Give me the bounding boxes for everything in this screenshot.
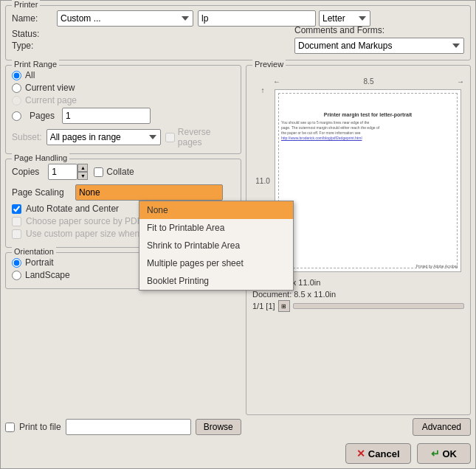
- all-radio[interactable]: [12, 71, 21, 80]
- comments-select[interactable]: Document and Markups Document: [294, 38, 464, 54]
- up-arrow: ↑: [261, 86, 265, 94]
- pages-label: Pages: [30, 111, 55, 121]
- scaling-option-booklet[interactable]: Booklet Printing: [139, 272, 293, 290]
- all-label: All: [25, 70, 35, 80]
- left-panel: Print Range All Current view Current pag…: [5, 65, 241, 415]
- page-handling-section: Page Handling Copies ▲ ▼ Collate: [5, 159, 241, 248]
- scaling-dropdown-wrap: None None Fit to Printable Area Shrink t…: [75, 184, 223, 201]
- landscape-label: LandScape: [25, 270, 70, 280]
- print-dialog: Printer Name: Custom ... Letter A4 Legal…: [0, 0, 476, 469]
- reverse-checkbox: [165, 133, 175, 142]
- height-label: 11.0: [255, 177, 269, 185]
- scaling-select[interactable]: None: [75, 184, 223, 201]
- subset-select[interactable]: All pages in range: [46, 129, 161, 145]
- dialog-buttons: ✕ Cancel ↵ OK: [5, 440, 471, 464]
- browse-button[interactable]: Browse: [196, 419, 241, 435]
- left-arrow: ←: [273, 77, 280, 86]
- lp-letter-group: Letter A4 Legal: [198, 10, 370, 27]
- current-view-row: Current view: [12, 83, 235, 93]
- current-page-radio: [12, 96, 21, 105]
- printer-name-row: Name: Custom ... Letter A4 Legal: [12, 10, 464, 27]
- progress-bar: [293, 303, 464, 309]
- preview-label: Preview: [252, 60, 286, 69]
- subset-row: Subset: All pages in range Reverse pages: [12, 127, 235, 147]
- choose-paper-checkbox: [12, 217, 21, 226]
- type-label: Type:: [12, 41, 52, 51]
- print-to-file-row: Print to file Browse: [5, 419, 241, 435]
- copies-spinner: ▲ ▼: [77, 164, 88, 180]
- orientation-label: Orientation: [12, 247, 56, 256]
- scaling-option-multiple[interactable]: Multiple pages per sheet: [139, 254, 293, 272]
- printer-section-label: Printer: [12, 0, 40, 9]
- current-view-label: Current view: [25, 83, 75, 93]
- copies-input[interactable]: [48, 164, 77, 180]
- pages-row: Pages: [12, 108, 235, 124]
- print-to-file-label: Print to file: [19, 422, 61, 432]
- landscape-radio[interactable]: [12, 271, 21, 280]
- copies-up-btn[interactable]: ▲: [77, 164, 88, 172]
- preview-footer: Printed by Adobe Acrobat: [416, 264, 458, 268]
- scaling-option-fit[interactable]: Fit to Printable Area: [139, 219, 293, 237]
- scaling-label: Page Scaling: [12, 187, 71, 198]
- top-ruler: ← 8.5 →: [273, 76, 464, 86]
- reverse-check: Reverse pages: [165, 127, 235, 147]
- preview-title: Printer margin test for letter-portrait: [275, 112, 461, 117]
- scaling-option-none[interactable]: None: [139, 201, 293, 219]
- comments-form-label: Comments and Forms:: [294, 25, 464, 35]
- auto-rotate-label: Auto Rotate and Center: [26, 204, 119, 214]
- page-handling-label: Page Handling: [12, 153, 69, 162]
- copies-down-btn[interactable]: ▼: [77, 172, 88, 180]
- print-to-file-checkbox[interactable]: [5, 423, 15, 432]
- print-range-label: Print Range: [12, 60, 59, 69]
- cancel-label: Cancel: [368, 448, 400, 459]
- main-content: Print Range All Current view Current pag…: [5, 65, 471, 415]
- portrait-label: Portrait: [25, 257, 54, 268]
- page-preview-inner: Printer margin test for letter-portrait …: [275, 90, 461, 271]
- pages-radio[interactable]: [12, 111, 21, 121]
- auto-rotate-checkbox[interactable]: [12, 204, 21, 214]
- print-range-section: Print Range All Current view Current pag…: [5, 65, 241, 154]
- copies-input-wrap: ▲ ▼: [48, 164, 88, 180]
- printer-name-select[interactable]: Custom ...: [57, 10, 193, 27]
- scaling-row: Page Scaling None None Fit to Printable …: [12, 184, 235, 201]
- pages-input[interactable]: [62, 108, 151, 124]
- collate-checkbox[interactable]: [94, 167, 103, 177]
- file-path-input[interactable]: [66, 419, 191, 435]
- copies-label: Copies: [12, 167, 39, 177]
- portrait-radio[interactable]: [12, 258, 21, 268]
- ok-button[interactable]: ↵ OK: [417, 443, 472, 464]
- collate-check: Collate: [94, 167, 134, 177]
- preview-body: You should see up to 5 margins lines nea…: [275, 117, 461, 144]
- lp-input[interactable]: [198, 10, 316, 27]
- page-count: 1/1 [1]: [252, 302, 275, 310]
- status-label: Status:: [12, 29, 52, 39]
- current-page-row: Current page: [12, 95, 235, 105]
- copies-row: Copies ▲ ▼ Collate: [12, 164, 235, 180]
- subset-label: Subset:: [12, 132, 42, 142]
- page-preview: Printer margin test for letter-portrait …: [275, 89, 461, 272]
- scaling-dropdown-menu: None Fit to Printable Area Shrink to Pri…: [139, 201, 294, 291]
- current-view-radio[interactable]: [12, 83, 21, 93]
- collate-label: Collate: [106, 167, 134, 177]
- reverse-label: Reverse pages: [178, 127, 235, 147]
- progress-bar-wrap: 1/1 [1] ⊞: [252, 300, 464, 312]
- ok-icon: ↵: [431, 448, 440, 459]
- use-custom-checkbox: [12, 229, 21, 239]
- scaling-option-shrink[interactable]: Shrink to Printable Area: [139, 237, 293, 254]
- letter-select[interactable]: Letter A4 Legal: [319, 10, 370, 27]
- document-info: Document: 8.5 x 11.0in: [252, 290, 464, 299]
- advanced-button[interactable]: Advanced: [413, 418, 471, 436]
- ok-label: OK: [443, 448, 458, 459]
- preview-zoom-btn[interactable]: ⊞: [278, 300, 290, 312]
- cancel-icon: ✕: [356, 448, 365, 459]
- printer-name-label: Name:: [12, 13, 52, 24]
- width-label: 8.5: [364, 77, 374, 86]
- current-page-label: Current page: [25, 95, 77, 105]
- right-arrow: →: [457, 77, 464, 86]
- all-radio-row: All: [12, 70, 235, 80]
- cancel-button[interactable]: ✕ Cancel: [345, 443, 411, 464]
- bottom-row: Print to file Browse Advanced: [5, 418, 471, 436]
- comments-group: Comments and Forms: Document and Markups…: [294, 25, 464, 54]
- printer-section: Printer Name: Custom ... Letter A4 Legal…: [5, 5, 471, 60]
